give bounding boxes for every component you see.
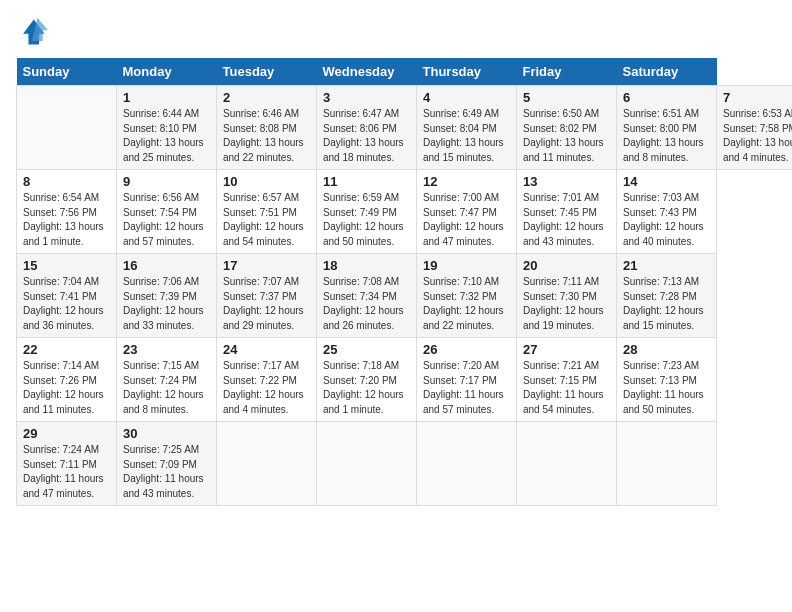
day-cell: 3 Sunrise: 6:47 AMSunset: 8:06 PMDayligh…: [317, 86, 417, 170]
day-info: Sunrise: 7:06 AMSunset: 7:39 PMDaylight:…: [123, 276, 204, 331]
day-number: 14: [623, 174, 710, 189]
day-info: Sunrise: 7:25 AMSunset: 7:09 PMDaylight:…: [123, 444, 204, 499]
day-number: 22: [23, 342, 110, 357]
day-cell: 1 Sunrise: 6:44 AMSunset: 8:10 PMDayligh…: [117, 86, 217, 170]
header-row: SundayMondayTuesdayWednesdayThursdayFrid…: [17, 58, 793, 86]
day-cell: 21 Sunrise: 7:13 AMSunset: 7:28 PMDaylig…: [617, 254, 717, 338]
day-number: 7: [723, 90, 792, 105]
week-row-3: 15 Sunrise: 7:04 AMSunset: 7:41 PMDaylig…: [17, 254, 793, 338]
day-number: 21: [623, 258, 710, 273]
day-info: Sunrise: 7:14 AMSunset: 7:26 PMDaylight:…: [23, 360, 104, 415]
day-number: 6: [623, 90, 710, 105]
col-header-thursday: Thursday: [417, 58, 517, 86]
col-header-friday: Friday: [517, 58, 617, 86]
header: [16, 16, 776, 48]
day-number: 23: [123, 342, 210, 357]
logo-icon: [16, 16, 48, 48]
day-number: 11: [323, 174, 410, 189]
day-cell: 8 Sunrise: 6:54 AMSunset: 7:56 PMDayligh…: [17, 170, 117, 254]
day-cell: 24 Sunrise: 7:17 AMSunset: 7:22 PMDaylig…: [217, 338, 317, 422]
day-info: Sunrise: 7:21 AMSunset: 7:15 PMDaylight:…: [523, 360, 604, 415]
col-header-tuesday: Tuesday: [217, 58, 317, 86]
logo: [16, 16, 52, 48]
week-row-1: 1 Sunrise: 6:44 AMSunset: 8:10 PMDayligh…: [17, 86, 793, 170]
day-info: Sunrise: 7:20 AMSunset: 7:17 PMDaylight:…: [423, 360, 504, 415]
day-number: 4: [423, 90, 510, 105]
day-cell: 26 Sunrise: 7:20 AMSunset: 7:17 PMDaylig…: [417, 338, 517, 422]
day-info: Sunrise: 7:13 AMSunset: 7:28 PMDaylight:…: [623, 276, 704, 331]
week-row-2: 8 Sunrise: 6:54 AMSunset: 7:56 PMDayligh…: [17, 170, 793, 254]
day-cell: 12 Sunrise: 7:00 AMSunset: 7:47 PMDaylig…: [417, 170, 517, 254]
day-cell: 14 Sunrise: 7:03 AMSunset: 7:43 PMDaylig…: [617, 170, 717, 254]
day-cell: 19 Sunrise: 7:10 AMSunset: 7:32 PMDaylig…: [417, 254, 517, 338]
day-number: 9: [123, 174, 210, 189]
day-number: 30: [123, 426, 210, 441]
day-info: Sunrise: 7:11 AMSunset: 7:30 PMDaylight:…: [523, 276, 604, 331]
day-cell: 7 Sunrise: 6:53 AMSunset: 7:58 PMDayligh…: [717, 86, 793, 170]
day-cell: [417, 422, 517, 506]
day-cell: 20 Sunrise: 7:11 AMSunset: 7:30 PMDaylig…: [517, 254, 617, 338]
day-info: Sunrise: 7:23 AMSunset: 7:13 PMDaylight:…: [623, 360, 704, 415]
day-info: Sunrise: 6:47 AMSunset: 8:06 PMDaylight:…: [323, 108, 404, 163]
col-header-monday: Monday: [117, 58, 217, 86]
day-cell: 30 Sunrise: 7:25 AMSunset: 7:09 PMDaylig…: [117, 422, 217, 506]
day-cell: [17, 86, 117, 170]
day-number: 10: [223, 174, 310, 189]
day-info: Sunrise: 6:49 AMSunset: 8:04 PMDaylight:…: [423, 108, 504, 163]
day-number: 13: [523, 174, 610, 189]
col-header-wednesday: Wednesday: [317, 58, 417, 86]
day-number: 27: [523, 342, 610, 357]
day-info: Sunrise: 7:00 AMSunset: 7:47 PMDaylight:…: [423, 192, 504, 247]
day-number: 2: [223, 90, 310, 105]
week-row-5: 29 Sunrise: 7:24 AMSunset: 7:11 PMDaylig…: [17, 422, 793, 506]
day-number: 12: [423, 174, 510, 189]
day-info: Sunrise: 7:15 AMSunset: 7:24 PMDaylight:…: [123, 360, 204, 415]
day-cell: 22 Sunrise: 7:14 AMSunset: 7:26 PMDaylig…: [17, 338, 117, 422]
day-number: 1: [123, 90, 210, 105]
day-number: 19: [423, 258, 510, 273]
day-number: 16: [123, 258, 210, 273]
day-info: Sunrise: 7:01 AMSunset: 7:45 PMDaylight:…: [523, 192, 604, 247]
day-info: Sunrise: 6:46 AMSunset: 8:08 PMDaylight:…: [223, 108, 304, 163]
day-info: Sunrise: 7:18 AMSunset: 7:20 PMDaylight:…: [323, 360, 404, 415]
day-number: 28: [623, 342, 710, 357]
day-cell: 11 Sunrise: 6:59 AMSunset: 7:49 PMDaylig…: [317, 170, 417, 254]
day-info: Sunrise: 6:59 AMSunset: 7:49 PMDaylight:…: [323, 192, 404, 247]
day-cell: 27 Sunrise: 7:21 AMSunset: 7:15 PMDaylig…: [517, 338, 617, 422]
day-info: Sunrise: 6:53 AMSunset: 7:58 PMDaylight:…: [723, 108, 792, 163]
day-cell: 28 Sunrise: 7:23 AMSunset: 7:13 PMDaylig…: [617, 338, 717, 422]
day-cell: [617, 422, 717, 506]
day-number: 26: [423, 342, 510, 357]
day-cell: [217, 422, 317, 506]
day-cell: 29 Sunrise: 7:24 AMSunset: 7:11 PMDaylig…: [17, 422, 117, 506]
day-info: Sunrise: 6:56 AMSunset: 7:54 PMDaylight:…: [123, 192, 204, 247]
day-cell: [317, 422, 417, 506]
day-cell: 18 Sunrise: 7:08 AMSunset: 7:34 PMDaylig…: [317, 254, 417, 338]
day-info: Sunrise: 6:44 AMSunset: 8:10 PMDaylight:…: [123, 108, 204, 163]
day-cell: 10 Sunrise: 6:57 AMSunset: 7:51 PMDaylig…: [217, 170, 317, 254]
day-info: Sunrise: 7:03 AMSunset: 7:43 PMDaylight:…: [623, 192, 704, 247]
day-number: 20: [523, 258, 610, 273]
day-cell: 4 Sunrise: 6:49 AMSunset: 8:04 PMDayligh…: [417, 86, 517, 170]
day-info: Sunrise: 6:50 AMSunset: 8:02 PMDaylight:…: [523, 108, 604, 163]
day-number: 24: [223, 342, 310, 357]
day-info: Sunrise: 6:54 AMSunset: 7:56 PMDaylight:…: [23, 192, 104, 247]
day-info: Sunrise: 7:24 AMSunset: 7:11 PMDaylight:…: [23, 444, 104, 499]
day-info: Sunrise: 6:51 AMSunset: 8:00 PMDaylight:…: [623, 108, 704, 163]
day-number: 8: [23, 174, 110, 189]
day-cell: 16 Sunrise: 7:06 AMSunset: 7:39 PMDaylig…: [117, 254, 217, 338]
calendar-table: SundayMondayTuesdayWednesdayThursdayFrid…: [16, 58, 792, 506]
col-header-saturday: Saturday: [617, 58, 717, 86]
day-info: Sunrise: 7:04 AMSunset: 7:41 PMDaylight:…: [23, 276, 104, 331]
day-info: Sunrise: 7:08 AMSunset: 7:34 PMDaylight:…: [323, 276, 404, 331]
day-cell: 9 Sunrise: 6:56 AMSunset: 7:54 PMDayligh…: [117, 170, 217, 254]
day-cell: 13 Sunrise: 7:01 AMSunset: 7:45 PMDaylig…: [517, 170, 617, 254]
day-cell: 25 Sunrise: 7:18 AMSunset: 7:20 PMDaylig…: [317, 338, 417, 422]
col-header-sunday: Sunday: [17, 58, 117, 86]
day-info: Sunrise: 7:07 AMSunset: 7:37 PMDaylight:…: [223, 276, 304, 331]
week-row-4: 22 Sunrise: 7:14 AMSunset: 7:26 PMDaylig…: [17, 338, 793, 422]
day-cell: 6 Sunrise: 6:51 AMSunset: 8:00 PMDayligh…: [617, 86, 717, 170]
day-number: 17: [223, 258, 310, 273]
day-info: Sunrise: 7:17 AMSunset: 7:22 PMDaylight:…: [223, 360, 304, 415]
day-cell: 17 Sunrise: 7:07 AMSunset: 7:37 PMDaylig…: [217, 254, 317, 338]
